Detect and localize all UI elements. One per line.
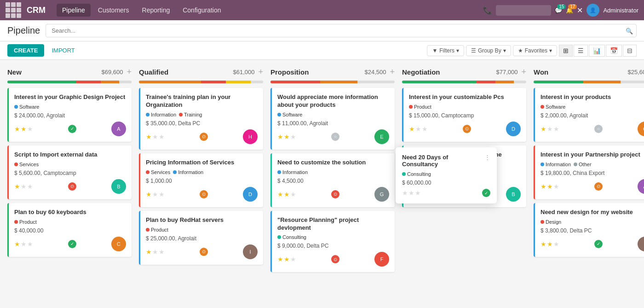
create-button[interactable]: CREATE xyxy=(7,44,44,57)
star[interactable]: ★ xyxy=(277,191,283,198)
star[interactable]: ★ xyxy=(547,125,553,133)
star[interactable]: ★ xyxy=(27,240,33,248)
star[interactable]: ★ xyxy=(14,240,20,248)
star[interactable]: ★ xyxy=(27,183,33,190)
card-title: Need new design for my website xyxy=(540,209,644,216)
col-add-btn-qualified[interactable]: + xyxy=(258,67,263,77)
star[interactable]: ★ xyxy=(540,183,546,190)
star[interactable]: ★ xyxy=(277,256,283,263)
kanban-card[interactable]: Plan to buy RedHat serversProduct$ 25,00… xyxy=(139,211,263,265)
filters-button[interactable]: ▼ Filters ▾ xyxy=(427,45,464,56)
favorites-button[interactable]: ★ Favorites ▾ xyxy=(513,45,557,56)
star[interactable]: ★ xyxy=(146,191,152,198)
star[interactable]: ★ xyxy=(27,125,33,133)
star[interactable]: ★ xyxy=(553,125,559,133)
col-amount-proposition: $24,500 xyxy=(364,69,386,76)
tooltip-tags: Consulting xyxy=(402,171,490,177)
search-input[interactable] xyxy=(46,24,637,37)
chart-view-btn[interactable]: 📊 xyxy=(589,45,605,57)
topnav-menu: Pipeline Customers Reporting Configurati… xyxy=(57,4,479,17)
star[interactable]: ★ xyxy=(159,133,165,140)
star[interactable]: ★ xyxy=(284,256,290,263)
messages-btn[interactable]: 💬 15 xyxy=(555,7,562,14)
star[interactable]: ★ xyxy=(159,248,165,256)
kanban-card[interactable]: Need new design for my websiteDesign$ 3,… xyxy=(534,203,644,257)
toolbar-right: ▼ Filters ▾ ☰ Group By ▾ ★ Favorites ▾ ⊞… xyxy=(427,45,637,57)
star[interactable]: ★ xyxy=(409,125,415,133)
phone-icon[interactable]: 📞 xyxy=(483,6,492,15)
col-add-btn-new[interactable]: + xyxy=(126,67,132,77)
tooltip-more-icon[interactable]: ⋮ xyxy=(484,154,490,161)
kanban-card[interactable]: Trainee's training plan in your Organiza… xyxy=(139,88,263,150)
star[interactable]: ★ xyxy=(284,133,290,140)
col-progress-new xyxy=(7,81,132,83)
import-button[interactable]: IMPORT xyxy=(48,44,78,57)
progress-segment xyxy=(495,81,514,83)
close-icon[interactable]: ✕ xyxy=(577,6,583,15)
star[interactable]: ★ xyxy=(422,125,428,133)
star[interactable]: ★ xyxy=(290,256,296,263)
star[interactable]: ★ xyxy=(14,125,20,133)
kanban-view-btn[interactable]: ⊞ xyxy=(559,45,573,57)
nav-pipeline[interactable]: Pipeline xyxy=(57,4,91,17)
star[interactable]: ★ xyxy=(284,191,290,198)
kanban-card[interactable]: Interest in your Partnership projectInfo… xyxy=(534,145,644,199)
col-add-btn-proposition[interactable]: + xyxy=(390,67,395,77)
user-avatar[interactable]: 👤 xyxy=(586,4,599,17)
card-tags: Software xyxy=(540,104,644,110)
star[interactable]: ★ xyxy=(21,125,27,133)
star[interactable]: ★ xyxy=(547,240,553,248)
star[interactable]: ★ xyxy=(553,240,559,248)
card-amount: $ 3,800.00, Delta PC xyxy=(540,227,644,234)
alerts-btn[interactable]: 🔔 17 xyxy=(566,7,573,14)
col-add-btn-negotiation[interactable]: + xyxy=(521,67,526,77)
kanban-card[interactable]: Interest in your Graphic Design ProjectS… xyxy=(7,88,132,142)
star[interactable]: ★ xyxy=(152,191,158,198)
star[interactable]: ★ xyxy=(540,240,546,248)
star-1: ★ xyxy=(402,189,408,197)
kanban-card[interactable]: Need to customize the solutionInformatio… xyxy=(270,153,395,207)
topnav-search[interactable] xyxy=(496,5,551,16)
star[interactable]: ★ xyxy=(290,133,296,140)
star[interactable]: ★ xyxy=(547,183,553,190)
card-status: ⊙ xyxy=(68,182,76,191)
star[interactable]: ★ xyxy=(553,183,559,190)
star[interactable]: ★ xyxy=(21,240,27,248)
kanban-card[interactable]: Pricing Information of ServicesServicesI… xyxy=(139,153,263,207)
card-status: ⊙ xyxy=(200,248,208,256)
calendar-view-btn[interactable]: 📅 xyxy=(606,45,622,57)
kanban-card[interactable]: "Resource Planning" project devlopmentCo… xyxy=(270,211,395,273)
kanban-card[interactable]: Would appreciate more information about … xyxy=(270,88,395,150)
nav-configuration[interactable]: Configuration xyxy=(177,4,226,17)
star-2: ★ xyxy=(408,189,414,197)
grid-view-btn[interactable]: ⊟ xyxy=(623,45,637,57)
star[interactable]: ★ xyxy=(159,191,165,198)
apps-grid-icon[interactable] xyxy=(6,2,21,18)
star[interactable]: ★ xyxy=(146,133,152,140)
kanban-card[interactable]: Interest in your customizable PcsProduct… xyxy=(402,88,526,142)
col-progress-won xyxy=(534,81,644,83)
card-status: ⊙ xyxy=(594,182,603,191)
list-view-btn[interactable]: ☰ xyxy=(574,45,588,57)
star[interactable]: ★ xyxy=(14,183,20,190)
card-title: Interest in your Graphic Design Project xyxy=(14,93,126,101)
col-amount-qualified: $61,000 xyxy=(233,69,254,76)
card-avatar: F xyxy=(374,252,389,267)
star[interactable]: ★ xyxy=(415,125,421,133)
star[interactable]: ★ xyxy=(290,191,296,198)
brand-logo: CRM xyxy=(27,6,46,15)
star[interactable]: ★ xyxy=(21,183,27,190)
kanban-card[interactable]: Script to Import external dataServices$ … xyxy=(7,145,132,199)
tooltip-card: Need 20 Days of Consultancy ⋮ Consulting… xyxy=(396,147,497,203)
kanban-card[interactable]: Interest in your productsSoftware$ 2,000… xyxy=(534,88,644,142)
star[interactable]: ★ xyxy=(540,125,546,133)
nav-customers[interactable]: Customers xyxy=(92,4,135,17)
star[interactable]: ★ xyxy=(152,133,158,140)
group-by-button[interactable]: ☰ Group By ▾ xyxy=(466,45,511,56)
topnav-right: 📞 💬 15 🔔 17 ✕ 👤 Administrator xyxy=(483,4,638,17)
star[interactable]: ★ xyxy=(277,133,283,140)
star[interactable]: ★ xyxy=(152,248,158,256)
star[interactable]: ★ xyxy=(146,248,152,256)
kanban-card[interactable]: Plan to buy 60 keyboardsProduct$ 40,000.… xyxy=(7,203,132,257)
nav-reporting[interactable]: Reporting xyxy=(137,4,176,17)
